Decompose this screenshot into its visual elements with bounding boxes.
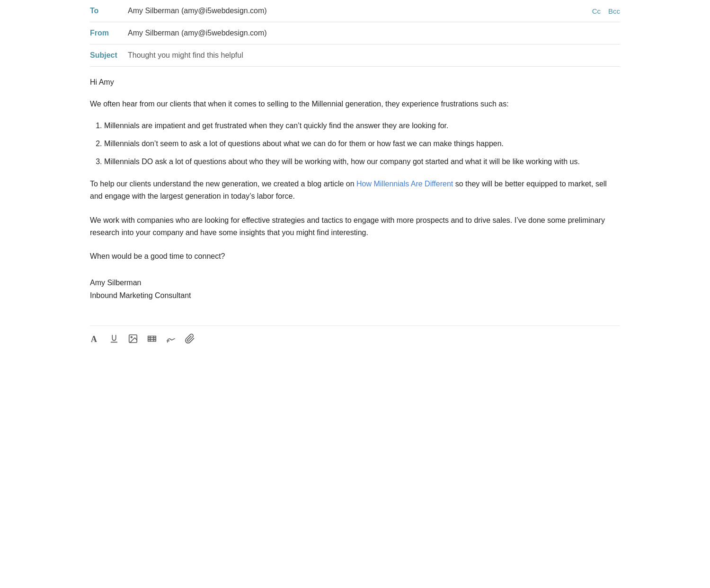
list-item: Millennials DO ask a lot of questions ab… (104, 156, 620, 168)
para1-before-link: To help our clients understand the new g… (90, 180, 356, 188)
svg-point-3 (131, 337, 132, 338)
blog-article-paragraph: To help our clients understand the new g… (90, 178, 620, 203)
from-label: From (90, 29, 128, 37)
connect-paragraph: When would be a good time to connect? (90, 250, 620, 263)
to-label: To (90, 7, 128, 15)
subject-row: Subject Thought you might find this help… (90, 44, 620, 67)
email-toolbar: A (90, 325, 620, 349)
to-row: To Amy Silberman (amy@i5webdesign.com) C… (90, 0, 620, 22)
to-value: Amy Silberman (amy@i5webdesign.com) (128, 7, 267, 15)
subject-value: Thought you might find this helpful (128, 51, 243, 60)
greeting: Hi Amy (90, 78, 620, 87)
svg-text:A: A (91, 334, 98, 344)
from-value: Amy Silberman (amy@i5webdesign.com) (128, 29, 267, 37)
subject-label: Subject (90, 51, 128, 60)
from-row: From Amy Silberman (amy@i5webdesign.com) (90, 22, 620, 44)
cc-bcc-area: Cc Bcc (592, 7, 620, 15)
list-item: Millennials don’t seem to ask a lot of q… (104, 138, 620, 150)
signature-icon[interactable] (166, 333, 176, 344)
millennial-list: Millennials are impatient and get frustr… (90, 120, 620, 168)
font-icon[interactable]: A (90, 333, 100, 344)
email-body: Hi Amy We often hear from our clients th… (90, 67, 620, 325)
research-paragraph: We work with companies who are looking f… (90, 214, 620, 239)
image-icon[interactable] (128, 333, 138, 344)
attachment-icon[interactable] (185, 333, 195, 344)
sig-title: Inbound Marketing Consultant (90, 289, 620, 302)
cc-button[interactable]: Cc (592, 7, 601, 15)
list-icon[interactable] (147, 333, 157, 344)
list-item: Millennials are impatient and get frustr… (104, 120, 620, 132)
sig-name: Amy Silberman (90, 276, 620, 289)
blog-article-link[interactable]: How Millennials Are Different (356, 180, 453, 188)
intro-paragraph: We often hear from our clients that when… (90, 98, 620, 110)
signature: Amy Silberman Inbound Marketing Consulta… (90, 276, 620, 302)
bcc-button[interactable]: Bcc (608, 7, 620, 15)
text-style-icon[interactable] (109, 333, 119, 344)
